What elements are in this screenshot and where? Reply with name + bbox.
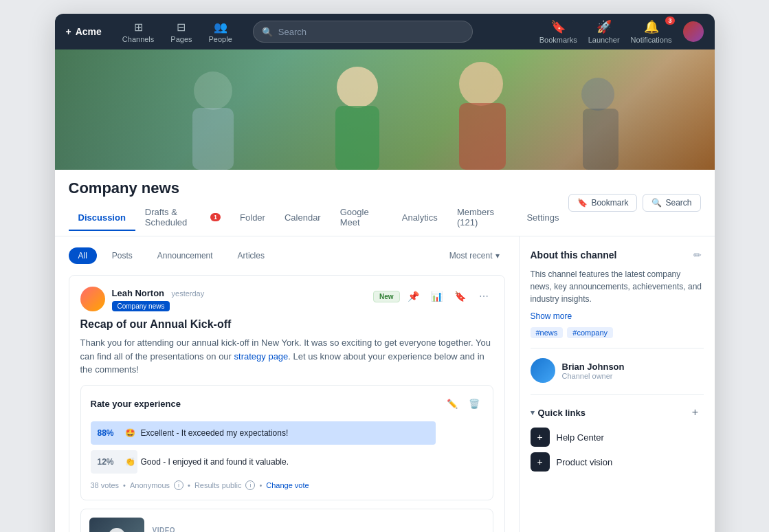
video-view-button[interactable]: 👁: [442, 527, 461, 532]
filter-announcement[interactable]: Announcement: [148, 247, 223, 264]
filter-articles[interactable]: Articles: [228, 247, 274, 264]
poll-option-excellent[interactable]: 88% 🤩 Excellent - It exceeded my expecta…: [91, 421, 483, 445]
launcher-label: Launcher: [588, 36, 620, 44]
show-more-link[interactable]: Show more: [531, 311, 572, 321]
quick-link-product-vision[interactable]: + Product vision: [531, 452, 704, 472]
poll-delete-button[interactable]: 🗑️: [465, 395, 483, 413]
filter-posts[interactable]: Posts: [102, 247, 142, 264]
user-avatar[interactable]: [683, 21, 704, 42]
tab-folder[interactable]: Folder: [230, 208, 275, 231]
filter-bar: All Posts Announcement Articles Most rec…: [69, 247, 505, 264]
channel-search-button[interactable]: 🔍 Search: [643, 194, 700, 212]
about-header: About this channel ✏: [531, 247, 704, 263]
add-quick-link-button[interactable]: +: [687, 404, 704, 421]
results-info-icon[interactable]: i: [245, 480, 255, 490]
tab-discussion[interactable]: Discussion: [69, 208, 135, 231]
poll-bar-text-excellent: 88% 🤩 Excellent - It exceeded my expecta…: [91, 421, 483, 445]
quick-link-help-center[interactable]: + Help Center: [531, 428, 704, 447]
top-nav: + Acme ⊞ Channels ⊟ Pages 👥 People 🔍 🔖: [55, 14, 715, 49]
dot-separator-3: •: [259, 481, 262, 489]
tab-calendar[interactable]: Calendar: [275, 208, 331, 231]
poll-votes: 38 votes: [91, 481, 120, 489]
poll-label-good: Good - I enjoyed it and found it valuabl…: [141, 457, 289, 467]
poll-results: Results public: [194, 481, 241, 489]
poll-edit-button[interactable]: ✏️: [443, 395, 461, 413]
quick-links-label: Quick links: [538, 408, 586, 418]
video-label: VIDEO: [153, 527, 434, 533]
dot-separator-1: •: [123, 481, 126, 489]
notifications-button[interactable]: 🔔 3 Notifications: [631, 19, 672, 44]
author-name-row: Leah Norton yesterday: [112, 287, 205, 299]
poll-pct-good: 12%: [98, 457, 120, 467]
tab-drafts[interactable]: Drafts & Scheduled 1: [135, 203, 230, 236]
hero-svg: [124, 49, 646, 170]
quick-link-help-center-label: Help Center: [557, 432, 604, 443]
poll-option-good[interactable]: 12% 👏 Good - I enjoyed it and found it v…: [91, 450, 483, 474]
tab-analytics[interactable]: Analytics: [392, 208, 447, 231]
pin-button[interactable]: 📌: [404, 287, 423, 306]
nav-item-channels[interactable]: ⊞ Channels: [115, 18, 161, 46]
video-export-button[interactable]: ↗: [465, 527, 484, 532]
svg-rect-2: [192, 108, 234, 170]
right-panel: About this channel ✏ This channel featur…: [519, 236, 715, 532]
post-card: Leah Norton yesterday Company news New 📌…: [69, 275, 505, 532]
nav-item-pages[interactable]: ⊟ Pages: [164, 18, 199, 46]
browser-window: + Acme ⊞ Channels ⊟ Pages 👥 People 🔍 🔖: [55, 14, 715, 532]
bookmark-label: Bookmark: [591, 198, 628, 208]
tab-google-meet[interactable]: Google Meet: [331, 203, 392, 236]
channel-actions: 🔖 Bookmark 🔍 Search: [568, 194, 700, 221]
bookmark-icon: 🔖: [577, 198, 588, 208]
bookmarks-label: Bookmarks: [539, 36, 577, 44]
bookmark-button[interactable]: 🔖 Bookmark: [568, 194, 637, 212]
poll-label-excellent: Excellent - It exceeded my expectations!: [141, 428, 289, 438]
logo-text: Acme: [76, 26, 102, 37]
nav-logo[interactable]: + Acme: [66, 26, 102, 37]
svg-point-7: [581, 78, 614, 111]
post-actions-right: New 📌 📊 🔖 ⋯: [373, 287, 493, 306]
video-actions: 👁 ↗: [442, 527, 484, 532]
svg-rect-8: [583, 109, 618, 170]
nav-item-people[interactable]: 👥 People: [202, 18, 239, 46]
tab-members[interactable]: Members (121): [447, 203, 517, 236]
channel-title-area: Company news Discussion Drafts & Schedul…: [69, 179, 569, 236]
drafts-badge: 1: [210, 213, 221, 221]
tag-news[interactable]: #news: [531, 327, 564, 338]
launcher-button[interactable]: 🚀 Launcher: [588, 19, 620, 44]
channels-label: Channels: [122, 35, 154, 43]
tab-settings[interactable]: Settings: [517, 208, 568, 231]
sort-label: Most recent: [449, 251, 493, 261]
video-thumbnail: ▶: [89, 518, 144, 533]
poll-pct-excellent: 88%: [98, 428, 120, 438]
poll-anonymous: Anonymous: [130, 481, 170, 489]
channel-search-icon: 🔍: [651, 198, 662, 208]
post-body: Thank you for attending our annual kick-…: [80, 336, 493, 377]
post-title: Recap of our Annual Kick-off: [80, 318, 493, 331]
notifications-icon: 🔔: [644, 19, 659, 34]
filter-all[interactable]: All: [69, 247, 97, 264]
play-button[interactable]: ▶: [109, 528, 125, 532]
anonymous-info-icon[interactable]: i: [174, 480, 183, 490]
strategy-page-link[interactable]: strategy page: [234, 351, 289, 362]
chart-button[interactable]: 📊: [427, 287, 447, 306]
search-bar[interactable]: 🔍: [253, 21, 473, 43]
quick-link-product-vision-icon: +: [531, 452, 550, 472]
bookmarks-button[interactable]: 🔖 Bookmarks: [539, 19, 577, 44]
svg-rect-6: [459, 103, 506, 170]
sort-button[interactable]: Most recent ▾: [444, 248, 505, 263]
poll-icons: ✏️ 🗑️: [443, 395, 483, 413]
tag-company[interactable]: #company: [567, 327, 613, 338]
more-options-button[interactable]: ⋯: [474, 287, 493, 306]
about-edit-button[interactable]: ✏: [691, 247, 704, 263]
post-header: Leah Norton yesterday Company news New 📌…: [80, 287, 493, 311]
tags-list: #news #company: [531, 327, 704, 338]
launcher-icon: 🚀: [597, 19, 612, 34]
pages-label: Pages: [170, 35, 192, 43]
search-input[interactable]: [278, 27, 464, 37]
change-vote-link[interactable]: Change vote: [266, 481, 309, 489]
about-channel: About this channel ✏ This channel featur…: [531, 247, 704, 383]
bookmark-post-button[interactable]: 🔖: [451, 287, 470, 306]
nav-items: ⊞ Channels ⊟ Pages 👥 People: [115, 18, 239, 46]
author-info: Leah Norton yesterday Company news: [112, 287, 205, 311]
author-name: Leah Norton: [112, 288, 165, 298]
quick-links-header: ▾ Quick links +: [531, 404, 704, 421]
